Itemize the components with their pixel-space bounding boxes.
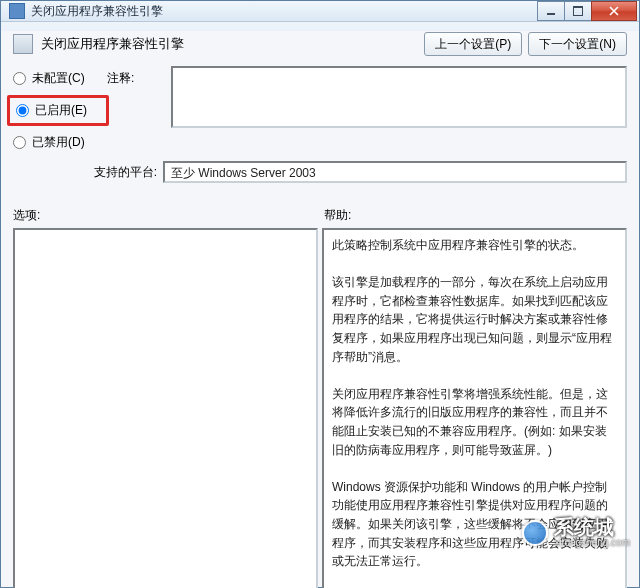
radio-enabled[interactable]: 已启用(E)	[7, 95, 109, 126]
options-label: 选项:	[13, 207, 320, 224]
window-controls	[538, 1, 637, 21]
window-title: 关闭应用程序兼容性引擎	[31, 3, 538, 20]
radio-disabled-label: 已禁用(D)	[32, 134, 85, 151]
minimize-button[interactable]	[537, 1, 565, 21]
help-label: 帮助:	[320, 207, 627, 224]
comment-label: 注释:	[107, 66, 167, 87]
setting-title: 关闭应用程序兼容性引擎	[41, 35, 418, 53]
radio-disabled-input[interactable]	[13, 136, 26, 149]
group-policy-window: 关闭应用程序兼容性引擎 关闭应用程序兼容性引擎 上一个设置(P) 下一个设置(N…	[0, 0, 640, 588]
config-grid: 未配置(C) 已启用(E) 已禁用(D) 注释:	[13, 66, 627, 151]
setting-icon	[13, 34, 33, 54]
maximize-button[interactable]	[564, 1, 592, 21]
previous-setting-button[interactable]: 上一个设置(P)	[424, 32, 522, 56]
radio-enabled-label: 已启用(E)	[35, 102, 87, 119]
panes: 此策略控制系统中应用程序兼容性引擎的状态。 该引擎是加载程序的一部分，每次在系统…	[13, 228, 627, 588]
header-row: 关闭应用程序兼容性引擎 上一个设置(P) 下一个设置(N)	[13, 32, 627, 56]
platform-label: 支持的平台:	[13, 164, 163, 181]
section-labels: 选项: 帮助:	[13, 207, 627, 224]
next-setting-button[interactable]: 下一个设置(N)	[528, 32, 627, 56]
platform-row: 支持的平台: 至少 Windows Server 2003	[13, 161, 627, 183]
radio-not-configured-input[interactable]	[13, 72, 26, 85]
radio-not-configured-label: 未配置(C)	[32, 70, 85, 87]
radio-enabled-input[interactable]	[16, 104, 29, 117]
comment-input[interactable]	[171, 66, 627, 128]
window-icon	[9, 3, 25, 19]
platform-value: 至少 Windows Server 2003	[163, 161, 627, 183]
titlebar: 关闭应用程序兼容性引擎	[1, 1, 639, 22]
close-button[interactable]	[591, 1, 637, 21]
help-pane[interactable]: 此策略控制系统中应用程序兼容性引擎的状态。 该引擎是加载程序的一部分，每次在系统…	[322, 228, 627, 588]
radio-disabled[interactable]: 已禁用(D)	[13, 134, 103, 151]
close-icon	[609, 6, 619, 16]
state-radios: 未配置(C) 已启用(E) 已禁用(D)	[13, 66, 103, 151]
content-area: 关闭应用程序兼容性引擎 上一个设置(P) 下一个设置(N) 未配置(C) 已启用…	[1, 22, 639, 588]
radio-not-configured[interactable]: 未配置(C)	[13, 70, 103, 87]
options-pane	[13, 228, 318, 588]
